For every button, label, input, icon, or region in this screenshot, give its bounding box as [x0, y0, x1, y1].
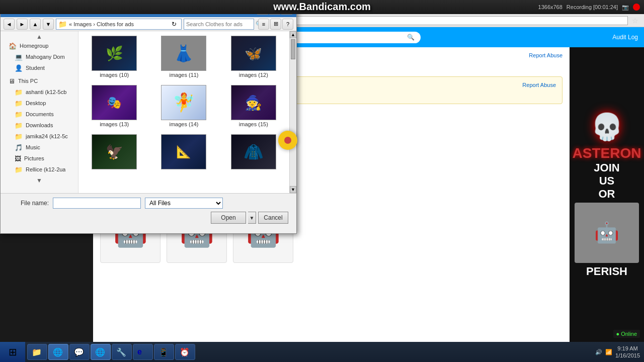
sidebar-section-pc: 🖥 This PC 📁 ashanti (k12-5cb 📁 Desktop 📁…: [1, 75, 78, 175]
ad-text-or: OR: [599, 188, 615, 201]
back-button[interactable]: ◄: [4, 19, 15, 30]
taskbar: ⊞ 📁 🌐 💬 🌐 🔧 e 📱 ⏰ 🔊 📶 9:19 AM: [0, 342, 644, 362]
sidebar-mahogany-label: Mahogany Dom: [26, 54, 65, 60]
sidebar-item-student[interactable]: 👤 Student: [1, 62, 78, 73]
open-button[interactable]: Open: [211, 212, 246, 224]
sidebar-item-pictures[interactable]: 🖼 Pictures: [1, 153, 78, 164]
recording-dot: [633, 4, 640, 11]
sidebar-desktop-label: Desktop: [26, 100, 46, 106]
red-dot: [284, 137, 291, 144]
taskbar-item-alarm[interactable]: ⏰: [175, 344, 195, 360]
sidebar-item-jamika[interactable]: 📁 jamika24 (k12-5c: [1, 131, 78, 142]
file-item-13[interactable]: 🎭 images (13): [80, 82, 148, 130]
cancel-button[interactable]: Cancel: [258, 212, 288, 224]
sidebar-rellice-label: Rellice (k12-2ua: [26, 166, 65, 172]
sidebar-item-ashanti[interactable]: 📁 ashanti (k12-5cb: [1, 86, 78, 98]
taskbar-item-ie[interactable]: e: [133, 344, 153, 360]
sound-icon: 🔊: [595, 349, 602, 355]
documents-icon: 📁: [15, 111, 23, 118]
taskbar-item-tool[interactable]: 🔧: [112, 344, 132, 360]
scroll-down-button[interactable]: ▼: [290, 186, 296, 193]
file-thumb-10: 🌿: [92, 36, 137, 71]
sidebar-item-homegroup[interactable]: 🏠 Homegroup: [1, 40, 78, 51]
forward-button[interactable]: ►: [17, 19, 28, 30]
ad-text-asteron: ASTERON: [573, 145, 641, 161]
search-box[interactable]: 🔍: [184, 19, 254, 30]
sidebar-scroll-down[interactable]: ▼: [1, 177, 78, 184]
file-item-17[interactable]: 📐: [150, 132, 217, 173]
report-abuse-link-1[interactable]: Report Abuse: [529, 52, 562, 58]
desktop-icon: 📁: [15, 100, 23, 107]
file-item-18[interactable]: 🧥: [220, 132, 287, 173]
taskbar-item-skype[interactable]: 💬: [69, 344, 90, 360]
file-thumb-17: 📐: [161, 134, 206, 169]
sidebar-item-this-pc[interactable]: 🖥 This PC: [1, 75, 78, 86]
scroll-thumb[interactable]: [291, 39, 295, 59]
open-split-button[interactable]: ▼: [248, 212, 256, 224]
file-label-13: images (13): [100, 121, 129, 127]
file-item-10[interactable]: 🌿 images (10): [80, 33, 148, 80]
file-grid-scrollbar: ▲ ▼: [289, 31, 296, 193]
file-item-11[interactable]: 👗 images (11): [150, 33, 217, 80]
sidebar-music-label: Music: [26, 144, 40, 150]
recent-locations-button[interactable]: ▼: [43, 19, 54, 30]
chrome-icon: 🌐: [53, 347, 63, 357]
recording-timer: Recording [00:01:24]: [567, 4, 618, 10]
roblox-search-icon[interactable]: 🔍: [407, 34, 415, 41]
tray-clock: 9:19 AM 1/16/2015: [615, 345, 640, 359]
ad-text-join: JOIN: [594, 161, 619, 174]
yellow-circle-indicator: [278, 131, 297, 150]
sidebar-item-music[interactable]: 🎵 Music: [1, 142, 78, 153]
sidebar-item-rellice[interactable]: 📁 Rellice (k12-2ua: [1, 164, 78, 175]
taskbar-item-chrome2[interactable]: 🌐: [91, 344, 111, 360]
sidebar-documents-label: Documents: [26, 111, 54, 117]
help-button[interactable]: ?: [282, 19, 293, 30]
file-thumb-16: 🦅: [92, 134, 137, 169]
explorer-icon: 📁: [32, 347, 42, 357]
file-item-14[interactable]: 🧚 images (14): [150, 82, 217, 130]
file-thumb-13: 🎭: [92, 85, 137, 120]
file-item-16[interactable]: 🦅: [80, 132, 148, 173]
sidebar-item-desktop[interactable]: 📁 Desktop: [1, 98, 78, 109]
report-abuse-link-2[interactable]: Report Abuse: [522, 82, 556, 88]
file-item-15[interactable]: 🧙 images (15): [220, 82, 287, 130]
sidebar-pictures-label: Pictures: [24, 155, 44, 161]
taskbar-item-explorer[interactable]: 📁: [27, 344, 47, 360]
address-text: « Images › Clothes for ads: [69, 21, 167, 27]
start-button[interactable]: ⊞: [0, 342, 25, 362]
file-label-10: images (10): [100, 72, 129, 78]
audit-log-button[interactable]: Audit Log: [612, 34, 638, 41]
file-thumb-14: 🧚: [161, 85, 206, 120]
sidebar-item-documents[interactable]: 📁 Documents: [1, 109, 78, 120]
file-thumb-18: 🧥: [231, 134, 276, 169]
bookmark-star-icon[interactable]: ☆: [630, 16, 640, 26]
search-input[interactable]: [186, 21, 256, 27]
homegroup-icon: 🏠: [9, 42, 17, 50]
taskbar-item-phone[interactable]: 📱: [154, 344, 174, 360]
ashanti-icon: 📁: [15, 88, 23, 96]
refresh-button[interactable]: ↻: [169, 19, 179, 29]
up-button[interactable]: ▲: [30, 19, 41, 30]
recording-camera-icon: 📷: [622, 4, 629, 11]
skype-icon: 💬: [74, 347, 84, 357]
pictures-icon: 🖼: [15, 155, 21, 162]
file-label-14: images (14): [169, 121, 198, 127]
view-options-button[interactable]: ≡: [258, 19, 269, 30]
sidebar-item-mahogany[interactable]: 💻 Mahogany Dom: [1, 51, 78, 62]
taskbar-items: 📁 🌐 💬 🌐 🔧 e 📱 ⏰: [25, 344, 591, 360]
taskbar-tray: 🔊 📶 9:19 AM 1/16/2015: [591, 345, 644, 359]
tray-date: 1/16/2015: [615, 352, 640, 359]
scroll-up-button[interactable]: ▲: [290, 31, 296, 38]
chrome2-icon: 🌐: [95, 347, 105, 357]
view-details-button[interactable]: ⊞: [270, 19, 281, 30]
filename-input[interactable]: [53, 198, 141, 209]
taskbar-item-chrome[interactable]: 🌐: [48, 344, 68, 360]
sidebar-scroll-up[interactable]: ▲: [1, 33, 78, 40]
filetype-select[interactable]: All Files: [145, 198, 223, 209]
resolution-indicator: 1366x768: [538, 4, 562, 10]
file-item-12[interactable]: 🦋 images (12): [220, 33, 287, 80]
sidebar-student-label: Student: [26, 65, 45, 71]
sidebar-item-downloads[interactable]: 📁 Downloads: [1, 120, 78, 131]
scroll-track[interactable]: [290, 38, 296, 186]
sidebar-homegroup-label: Homegroup: [20, 43, 48, 49]
